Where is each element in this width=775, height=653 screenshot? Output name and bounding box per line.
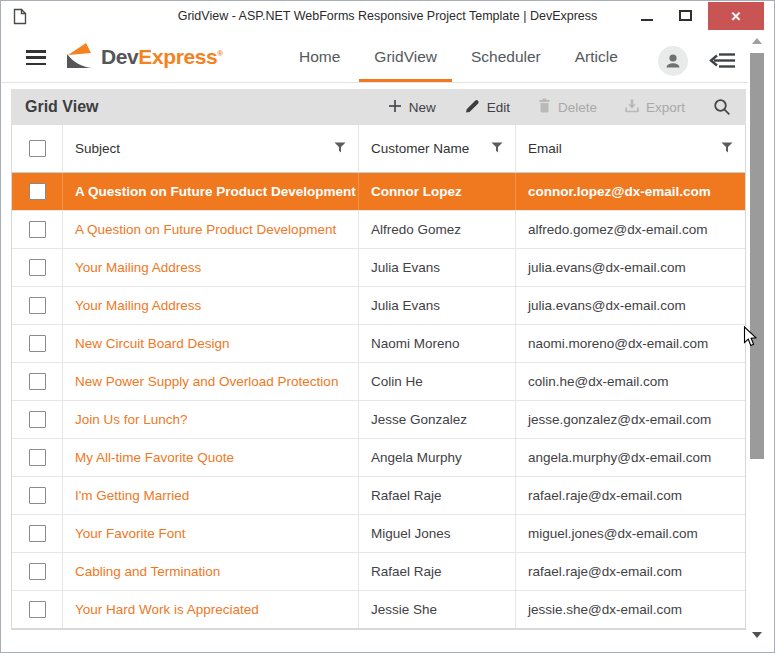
tab-scheduler[interactable]: Scheduler xyxy=(471,31,541,82)
customer-name-cell: Rafael Raje xyxy=(359,553,516,590)
pencil-icon xyxy=(464,98,480,117)
edit-button[interactable]: Edit xyxy=(464,98,510,117)
plus-icon xyxy=(388,99,402,116)
titlebar: GridView - ASP.NET WebForms Responsive P… xyxy=(1,1,774,31)
subject-link[interactable]: New Circuit Board Design xyxy=(75,336,230,351)
email-cell: julia.evans@dx-email.com xyxy=(516,249,745,286)
email-cell: alfredo.gomez@dx-email.com xyxy=(516,211,745,248)
row-checkbox[interactable] xyxy=(29,259,46,276)
row-checkbox[interactable] xyxy=(29,449,46,466)
row-checkbox[interactable] xyxy=(29,373,46,390)
table-row[interactable]: Your Mailing Address Julia Evans julia.e… xyxy=(12,287,745,325)
table-row[interactable]: A Question on Future Product Development… xyxy=(12,211,745,249)
subject-link[interactable]: Your Mailing Address xyxy=(75,298,201,313)
export-button[interactable]: Export xyxy=(625,99,685,116)
select-all-checkbox[interactable] xyxy=(29,140,46,157)
grid-header-row: Subject Customer Name Email xyxy=(12,125,745,173)
email-cell: naomi.moreno@dx-email.com xyxy=(516,325,745,362)
grid-toolbar: Grid View New Edit Delete Export xyxy=(11,89,746,125)
table-row[interactable]: Your Favorite Font Miguel Jones miguel.j… xyxy=(12,515,745,553)
row-checkbox[interactable] xyxy=(29,411,46,428)
minimize-button[interactable] xyxy=(631,1,663,30)
user-avatar-icon[interactable] xyxy=(658,46,688,76)
table-row[interactable]: Join Us for Lunch? Jesse Gonzalez jesse.… xyxy=(12,401,745,439)
app-window: GridView - ASP.NET WebForms Responsive P… xyxy=(0,0,775,653)
column-header-email[interactable]: Email xyxy=(516,125,745,172)
subject-link[interactable]: My All-time Favorite Quote xyxy=(75,450,234,465)
customer-name-cell: Alfredo Gomez xyxy=(359,211,516,248)
filter-funnel-icon[interactable] xyxy=(334,141,346,156)
tab-gridview[interactable]: GridView xyxy=(374,31,437,82)
customer-name-cell: Julia Evans xyxy=(359,249,516,286)
filter-funnel-icon[interactable] xyxy=(721,141,733,156)
filter-funnel-icon[interactable] xyxy=(491,141,503,156)
subject-link[interactable]: I'm Getting Married xyxy=(75,488,189,503)
delete-button[interactable]: Delete xyxy=(538,98,597,116)
customer-name-cell: Colin He xyxy=(359,363,516,400)
column-header-subject[interactable]: Subject xyxy=(63,125,359,172)
email-cell: miguel.jones@dx-email.com xyxy=(516,515,745,552)
table-row[interactable]: Cabling and Termination Rafael Raje rafa… xyxy=(12,553,745,591)
data-grid: Subject Customer Name Email A Question o… xyxy=(11,125,746,630)
row-checkbox[interactable] xyxy=(29,563,46,580)
select-all-checkbox-cell xyxy=(12,125,63,172)
column-header-customer-name[interactable]: Customer Name xyxy=(359,125,516,172)
row-checkbox[interactable] xyxy=(29,487,46,504)
maximize-button[interactable] xyxy=(668,1,702,30)
subject-link[interactable]: Your Mailing Address xyxy=(75,260,201,275)
collapse-panel-icon[interactable] xyxy=(709,52,736,73)
scrollbar-down-arrow-icon[interactable] xyxy=(748,626,766,643)
vertical-scrollbar[interactable] xyxy=(748,32,766,646)
logo-text-express: Express xyxy=(138,45,217,68)
row-checkbox[interactable] xyxy=(29,183,46,200)
new-button[interactable]: New xyxy=(388,99,436,116)
email-cell: rafael.raje@dx-email.com xyxy=(516,553,745,590)
subject-link[interactable]: Cabling and Termination xyxy=(75,564,220,579)
email-cell: rafael.raje@dx-email.com xyxy=(516,477,745,514)
scrollbar-thumb[interactable] xyxy=(750,53,764,459)
row-checkbox[interactable] xyxy=(29,221,46,238)
subject-link[interactable]: Your Favorite Font xyxy=(75,526,186,541)
table-row[interactable]: I'm Getting Married Rafael Raje rafael.r… xyxy=(12,477,745,515)
trash-icon xyxy=(538,98,551,116)
table-row[interactable]: Your Mailing Address Julia Evans julia.e… xyxy=(12,249,745,287)
page-title: Grid View xyxy=(11,98,99,116)
customer-name-cell: Connor Lopez xyxy=(359,173,516,210)
table-row[interactable]: My All-time Favorite Quote Angela Murphy… xyxy=(12,439,745,477)
table-row[interactable]: Your Hard Work is Appreciated Jessie She… xyxy=(12,591,745,629)
customer-name-cell: Rafael Raje xyxy=(359,477,516,514)
customer-name-cell: Naomi Moreno xyxy=(359,325,516,362)
subject-link[interactable]: A Question on Future Product Development xyxy=(75,184,356,199)
close-button[interactable]: ✕ xyxy=(708,2,764,30)
customer-name-cell: Miguel Jones xyxy=(359,515,516,552)
table-row[interactable]: New Power Supply and Overload Protection… xyxy=(12,363,745,401)
subject-link[interactable]: A Question on Future Product Development xyxy=(75,222,336,237)
scrollbar-up-arrow-icon[interactable] xyxy=(748,32,766,49)
devexpress-logo[interactable]: DevExpress® xyxy=(65,42,223,72)
customer-name-cell: Angela Murphy xyxy=(359,439,516,476)
customer-name-cell: Julia Evans xyxy=(359,287,516,324)
email-cell: colin.he@dx-email.com xyxy=(516,363,745,400)
subject-link[interactable]: Join Us for Lunch? xyxy=(75,412,188,427)
hamburger-icon[interactable] xyxy=(26,50,46,65)
row-checkbox[interactable] xyxy=(29,335,46,352)
devexpress-logo-icon xyxy=(65,41,94,74)
customer-name-cell: Jesse Gonzalez xyxy=(359,401,516,438)
subject-link[interactable]: Your Hard Work is Appreciated xyxy=(75,602,259,617)
table-row[interactable]: New Circuit Board Design Naomi Moreno na… xyxy=(12,325,745,363)
subject-link[interactable]: New Power Supply and Overload Protection xyxy=(75,374,338,389)
maximize-icon xyxy=(679,10,692,21)
customer-name-cell: Jessie She xyxy=(359,591,516,628)
tab-article[interactable]: Article xyxy=(575,31,618,82)
close-icon: ✕ xyxy=(731,9,742,24)
email-cell: julia.evans@dx-email.com xyxy=(516,287,745,324)
table-row[interactable]: A Question on Future Product Development… xyxy=(12,173,745,211)
row-checkbox[interactable] xyxy=(29,297,46,314)
navbar: DevExpress® Home GridView Scheduler Arti… xyxy=(1,31,765,83)
minimize-icon xyxy=(641,19,653,21)
row-checkbox[interactable] xyxy=(29,601,46,618)
search-icon[interactable] xyxy=(713,98,731,116)
tab-home[interactable]: Home xyxy=(299,31,340,82)
email-cell: jesse.gonzalez@dx-email.com xyxy=(516,401,745,438)
row-checkbox[interactable] xyxy=(29,525,46,542)
